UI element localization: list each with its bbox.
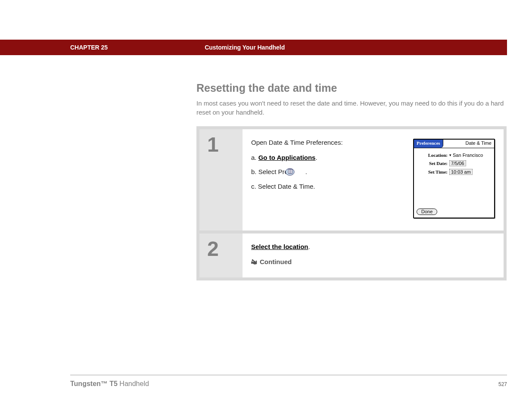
palm-time-value: 10:03 am	[449, 169, 473, 175]
step-number: 2	[199, 234, 243, 277]
section-intro: In most cases you won't need to reset th…	[196, 99, 507, 117]
page-footer: Tungsten™ T5 Handheld 527	[70, 380, 507, 388]
page-number: 527	[498, 381, 507, 387]
palm-title-right: Date & Time	[463, 140, 494, 148]
palm-screenshot: Preferences Date & Time Location: San Fr…	[413, 139, 495, 218]
palm-time-row: Set Time: 10:03 am	[417, 169, 491, 175]
palm-time-label: Set Time:	[417, 169, 448, 174]
step-2-text: Select the location. Continued	[251, 243, 495, 265]
step-2: 2 Select the location. Continued	[199, 234, 504, 277]
step-1: 1 Open Date & Time Preferences: a. Go to…	[199, 129, 504, 230]
step-number: 1	[199, 129, 243, 230]
substep-b: b. Select Prefs .	[251, 168, 398, 176]
chapter-title: Customizing Your Handheld	[205, 44, 285, 51]
palm-date-value: 7/5/06	[449, 160, 466, 166]
go-to-applications-link[interactable]: Go to Applications	[258, 154, 316, 161]
select-location-link[interactable]: Select the location	[251, 243, 308, 250]
prefs-icon	[296, 168, 305, 176]
substep-c: c. Select Date & Time.	[251, 183, 398, 190]
palm-location-label: Location:	[417, 153, 448, 158]
continued-label: Continued	[260, 258, 292, 265]
chapter-label: CHAPTER 25	[70, 44, 108, 51]
continued-row: Continued	[251, 258, 495, 265]
substep-a: a. Go to Applications.	[251, 154, 398, 161]
continued-arrow-icon	[251, 259, 257, 265]
palm-date-label: Set Date:	[417, 161, 448, 166]
steps-container: 1 Open Date & Time Preferences: a. Go to…	[196, 126, 507, 280]
palm-location-value: San Francisco	[449, 153, 483, 158]
footer-rule	[70, 375, 507, 375]
step-1-title: Open Date & Time Preferences:	[251, 139, 398, 146]
step-1-text: Open Date & Time Preferences: a. Go to A…	[251, 139, 398, 218]
header-bar: CHAPTER 25 Customizing Your Handheld	[0, 40, 507, 55]
section-heading: Resetting the date and time	[196, 82, 507, 94]
palm-date-row: Set Date: 7/5/06	[417, 160, 491, 166]
palm-title-left: Preferences	[414, 140, 443, 148]
palm-done-button: Done	[417, 209, 437, 215]
palm-location-row: Location: San Francisco	[417, 153, 491, 158]
product-name: Tungsten™ T5 Handheld	[70, 380, 149, 388]
main-content: Resetting the date and time In most case…	[196, 82, 507, 280]
